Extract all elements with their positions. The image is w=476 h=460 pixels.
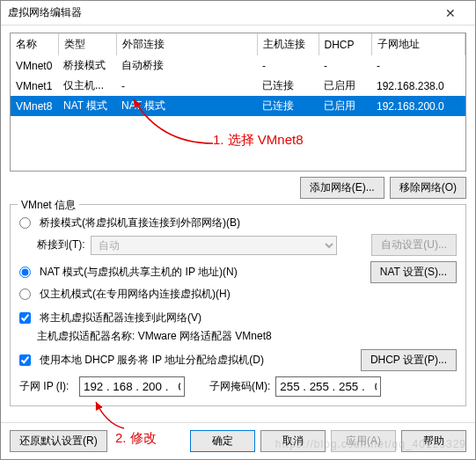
subnet-ip-label: 子网 IP (I): — [19, 379, 74, 394]
auto-settings-button: 自动设置(U)... — [371, 234, 457, 256]
content-area: 名称类型外部连接主机连接DHCP子网地址 VMnet0桥接模式自动桥接---VM… — [1, 26, 475, 422]
col-header[interactable]: 主机连接 — [257, 33, 319, 55]
col-header[interactable]: 子网地址 — [371, 33, 465, 55]
nat-radio-row[interactable]: NAT 模式(与虚拟机共享主机的 IP 地址)(N) NAT 设置(S)... — [19, 261, 457, 283]
titlebar: 虚拟网络编辑器 ✕ — [1, 1, 475, 26]
subnet-ip-input[interactable] — [79, 376, 185, 397]
add-network-button[interactable]: 添加网络(E)... — [300, 177, 384, 199]
table-row[interactable]: VMnet1仅主机...-已连接已启用192.168.238.0 — [11, 76, 465, 96]
window-title: 虚拟网络编辑器 — [8, 5, 433, 20]
cancel-button[interactable]: 取消 — [260, 430, 326, 452]
vnet-editor-window: 虚拟网络编辑器 ✕ 名称类型外部连接主机连接DHCP子网地址 VMnet0桥接模… — [0, 0, 476, 460]
annotation-text-1: 1. 选择 VMnet8 — [213, 132, 304, 149]
bridged-label: 桥接模式(将虚拟机直接连接到外部网络)(B) — [40, 215, 240, 230]
col-header[interactable]: DHCP — [319, 33, 371, 55]
bridged-radio-row[interactable]: 桥接模式(将虚拟机直接连接到外部网络)(B) — [19, 215, 457, 230]
hostonly-radio[interactable] — [19, 288, 31, 300]
dhcp-label: 使用本地 DHCP 服务将 IP 地址分配给虚拟机(D) — [40, 353, 264, 368]
ok-button[interactable]: 确定 — [190, 430, 255, 452]
subnet-row: 子网 IP (I): 子网掩码(M): — [19, 376, 457, 397]
bridged-combo: 自动 — [91, 236, 337, 255]
dhcp-checkbox[interactable] — [19, 354, 31, 366]
table-row[interactable]: VMnet8NAT 模式NAT 模式已连接已启用192.168.200.0 — [11, 96, 465, 116]
connect-host-label: 将主机虚拟适配器连接到此网络(V) — [40, 310, 201, 325]
connect-host-row[interactable]: 将主机虚拟适配器连接到此网络(V) — [19, 310, 457, 325]
bridged-to-label: 桥接到(T): — [37, 237, 85, 252]
nat-settings-button[interactable]: NAT 设置(S)... — [370, 261, 457, 283]
network-buttons: 添加网络(E)... 移除网络(O) — [10, 177, 466, 199]
group-title: VMnet 信息 — [18, 198, 79, 213]
nat-label: NAT 模式(与虚拟机共享主机的 IP 地址)(N) — [40, 265, 238, 280]
dhcp-row[interactable]: 使用本地 DHCP 服务将 IP 地址分配给虚拟机(D) DHCP 设置(P).… — [19, 349, 457, 371]
vmnet-info-group: VMnet 信息 桥接模式(将虚拟机直接连接到外部网络)(B) 桥接到(T): … — [10, 204, 466, 406]
hostonly-label: 仅主机模式(在专用网络内连接虚拟机)(H) — [40, 287, 231, 302]
close-icon[interactable]: ✕ — [433, 6, 468, 20]
bridged-radio[interactable] — [19, 217, 31, 229]
help-button[interactable]: 帮助 — [401, 430, 466, 452]
bridged-sub-row: 桥接到(T): 自动 自动设置(U)... — [37, 234, 457, 256]
hostonly-radio-row[interactable]: 仅主机模式(在专用网络内连接虚拟机)(H) — [19, 287, 457, 302]
nat-radio[interactable] — [19, 267, 31, 278]
table-row[interactable]: VMnet0桥接模式自动桥接--- — [11, 55, 465, 76]
connect-host-checkbox[interactable] — [19, 312, 31, 324]
restore-defaults-button[interactable]: 还原默认设置(R) — [10, 430, 107, 452]
col-header[interactable]: 类型 — [58, 33, 116, 55]
subnet-mask-input[interactable] — [275, 376, 381, 397]
dhcp-settings-button[interactable]: DHCP 设置(P)... — [361, 349, 457, 371]
bottom-bar: 还原默认设置(R) 2. 修改 确定 取消 应用(A) 帮助 — [1, 422, 475, 459]
apply-button: 应用(A) — [331, 430, 396, 452]
remove-network-button[interactable]: 移除网络(O) — [390, 177, 466, 199]
network-table: 名称类型外部连接主机连接DHCP子网地址 VMnet0桥接模式自动桥接---VM… — [10, 33, 466, 172]
adapter-name-text: 主机虚拟适配器名称: VMware 网络适配器 VMnet8 — [37, 329, 457, 344]
col-header[interactable]: 外部连接 — [116, 33, 257, 55]
subnet-mask-label: 子网掩码(M): — [209, 379, 270, 394]
col-header[interactable]: 名称 — [11, 33, 58, 55]
annotation-text-2: 2. 修改 — [115, 430, 157, 447]
